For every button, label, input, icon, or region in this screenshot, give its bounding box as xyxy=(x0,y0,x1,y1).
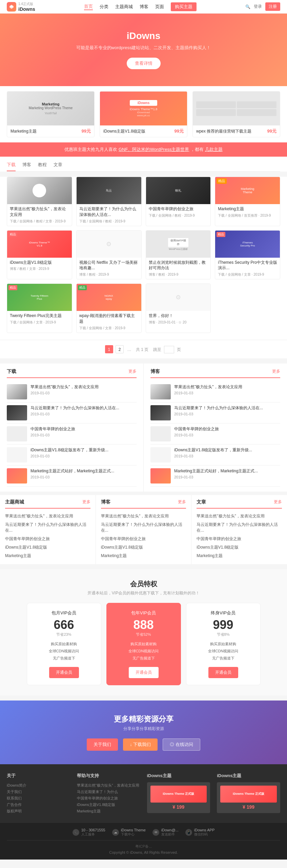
blog-link-1[interactable]: 苹果送出然"极力扯头"，发表论文应用 xyxy=(101,512,186,520)
shop-link-2[interactable]: 马云近期要来了！为什么为什么深体验的人活在... xyxy=(5,520,90,535)
tab-blog[interactable]: 博客 xyxy=(22,162,31,171)
follow-us-button[interactable]: 关于我们 xyxy=(87,738,118,751)
page-ellipsis: … xyxy=(127,347,131,352)
login-button[interactable]: 登录 xyxy=(254,4,262,9)
post-card-6[interactable]: ⚙ 视频公司 Netflix 又办了一场美丽地有趣... 博客 / 教程 · 2… xyxy=(76,230,142,280)
download-item-3[interactable]: 中国青年举牌的创业之旅 2019-01-03 xyxy=(7,423,137,445)
download-us-button[interactable]: ↓ 下载我们 xyxy=(123,738,158,751)
article-link-4[interactable]: iDowns主题V1.8稳定版 xyxy=(197,543,282,552)
page-jump-input[interactable] xyxy=(164,346,174,353)
shop-link-4[interactable]: iDowns主题V1.8稳定版 xyxy=(5,543,90,552)
blog-link-3[interactable]: 中国青年举牌的创业之旅 xyxy=(101,535,186,543)
download-item-1[interactable]: 苹果送出然"极力扯头"，发表论文应用 2019-01-03 xyxy=(7,381,137,402)
shop-link-3[interactable]: 中国青年举牌的创业之旅 xyxy=(5,535,90,543)
blog-item-2[interactable]: 马云近期要来了！为什么为什么深体验的人活在... 2019-01-03 xyxy=(150,402,280,423)
nav-home[interactable]: 首页 xyxy=(84,3,93,10)
blog-more-link[interactable]: 更多 xyxy=(272,369,280,374)
footer-help-2[interactable]: 马云近期要来了！为什么 xyxy=(77,789,140,795)
vip-lifetime-btn[interactable]: 开通会员 xyxy=(208,667,238,678)
logo-version: 1.4正式版 xyxy=(18,2,35,6)
article-link-2[interactable]: 马云近期要来了！为什么为什么深体验的人活在... xyxy=(197,520,282,535)
nav-pages[interactable]: 页面 xyxy=(155,4,164,10)
download-item-4[interactable]: iDowns主题V1.8稳定版发布了，重新升级... 2019-01-03 xyxy=(7,445,137,466)
post-card-7[interactable]: 使用SMTP插件 WordPress注册邮 禁止在浏览时候就放到截图，教好可用办… xyxy=(146,230,211,280)
blog-date-4: 2019-01-03 xyxy=(174,454,280,458)
page-btn-2[interactable]: 2 xyxy=(116,345,124,353)
post-title-3: 中国青年举牌的创业之旅 xyxy=(149,206,208,212)
post-card-9[interactable]: 精品 Twenty FifteenPlus Twenty Fifteen Plu… xyxy=(7,283,72,333)
blog-item-5[interactable]: Marketing主题正式站好，Marketing主题正式... 2019-01… xyxy=(150,466,280,487)
post-card-1[interactable]: 苹果送出然"极力扯头"，发表论文应用 下载 / 全国网络 / 教程 / 文章 ·… xyxy=(7,177,72,226)
download-date-3: 2019-01-03 xyxy=(30,433,137,437)
footer-help-1[interactable]: 苹果送出然"极力扯头"，发表论文应用 xyxy=(77,782,140,789)
online-visit-button[interactable]: ◎ 在线访问 xyxy=(163,738,200,751)
search-icon[interactable]: 🔍 xyxy=(245,4,250,9)
footer-theme-card-1[interactable]: iDowns Theme 正式版 ¥ 199 xyxy=(147,782,210,813)
post-card-10[interactable]: 精品 NGINXwpay wpay-顾消漫的行情素看下载主题 下载 / 全国网络… xyxy=(76,283,142,333)
blog-link-2[interactable]: 马云近期要来了！为什么为什么深体验的人活在... xyxy=(101,520,186,535)
footer-about-4[interactable]: 广告合作 xyxy=(7,802,70,808)
footer-help-4[interactable]: iDowns主题V1.8稳定版 xyxy=(77,802,140,808)
article-link-3[interactable]: 中国青年举牌的创业之旅 xyxy=(197,535,282,543)
nav-category[interactable]: 分类 xyxy=(100,4,108,10)
download-title-5: Marketing主题正式站好，Marketing主题正式... xyxy=(30,468,137,474)
post-card-4[interactable]: 精品 MarketingTheme Marketing主题 下载 / 全国网络 … xyxy=(215,177,280,226)
post-card-2[interactable]: 马云 马云近期要来了！为什么为什么深体验的人活在... 下载 / 全国网络 / … xyxy=(76,177,142,226)
vip-monthly-btn[interactable]: 开通会员 xyxy=(49,667,79,678)
post-card-5[interactable]: 精品 iDowns Theme™V1.8 iDowns主题V1.8稳定版 博客 … xyxy=(7,230,72,280)
register-button[interactable]: 注册 xyxy=(265,2,280,11)
theme-card-footer-idowns: iDowns主题V1.8稳定版 99元 xyxy=(100,125,187,137)
nav-shop[interactable]: 主题商城 xyxy=(115,4,133,10)
shop-col-more[interactable]: 更多 xyxy=(82,499,90,505)
nav-blog[interactable]: 博客 xyxy=(140,4,148,10)
promo-link1[interactable]: GNF、阿达米的WordPress主题世界 xyxy=(119,147,189,152)
tab-download[interactable]: 下载 xyxy=(7,162,16,171)
footer-help-3[interactable]: 中国青年举牌的创业之旅 xyxy=(77,795,140,802)
vip-cards: 包月VIP会员 666 节省23% 购买原始素材购 全球CDN视频访问 无广告频… xyxy=(7,603,280,685)
tab-tutorial[interactable]: 教程 xyxy=(38,162,47,171)
blog-item-3[interactable]: 中国青年举牌的创业之旅 2019-01-03 xyxy=(150,423,280,445)
footer-theme-card-2[interactable]: iDowns Theme 正式版 ¥ 199 xyxy=(217,782,280,813)
article-link-5[interactable]: Marketing主题 xyxy=(197,552,282,560)
post-img-6: ⚙ xyxy=(77,231,141,258)
featured-themes-row: Marketing Marketing WordPress Theme Yoot… xyxy=(0,86,287,142)
tab-article[interactable]: 文章 xyxy=(54,162,62,171)
theme-card-idowns[interactable]: iDowns iDowns Theme™1.8 iDownload www.pi… xyxy=(100,91,187,137)
theme-card-wpex[interactable]: wpex 推荐的最佳营销下载主题 99元 xyxy=(192,91,280,137)
post-content-9: Twenty Fifteen Plus完美主题 下载 / 全国网络 / 文章 ·… xyxy=(7,311,72,327)
footer-about-1[interactable]: iDowns简介 xyxy=(7,782,70,789)
vip-yearly-btn[interactable]: 开通会员 xyxy=(129,667,159,678)
article-link-1[interactable]: 苹果送出然"极力扯头"，发表论文应用 xyxy=(197,512,282,520)
promo-link2[interactable]: 几款主题 xyxy=(205,147,223,152)
hero-cta-button[interactable]: 查看详情 xyxy=(127,58,161,69)
nav-buy-theme[interactable]: 购买主题 xyxy=(171,2,197,11)
footer-about-2[interactable]: 关于我们 xyxy=(7,789,70,795)
shop-link-1[interactable]: 苹果送出然"极力扯头"，发表论文应用 xyxy=(5,512,90,520)
theme-card-marketing[interactable]: Marketing Marketing WordPress Theme Yoot… xyxy=(7,91,95,137)
blog-item-4[interactable]: iDowns主题V1.8稳定版发布了，重新升级... 2019-01-03 xyxy=(150,445,280,466)
blog-link-5[interactable]: Marketing主题 xyxy=(101,552,186,560)
blog-col: 博客 更多 苹果送出然"极力扯头"，发表论文应用 马云近期要来了！为什么为什么深… xyxy=(96,495,192,564)
footer-app-label: 微信扫码 xyxy=(194,832,215,837)
article-col-more[interactable]: 更多 xyxy=(274,499,282,505)
download-item-5[interactable]: Marketing主题正式站好，Marketing主题正式... 2019-01… xyxy=(7,466,137,487)
shop-link-5[interactable]: Marketing主题 xyxy=(5,552,90,560)
logo[interactable]: 1.4正式版 iDowns xyxy=(7,2,35,12)
blog-link-4[interactable]: iDowns主题V1.8稳定版 xyxy=(101,543,186,552)
footer-col-help: 帮助与支持 苹果送出然"极力扯头"，发表论文应用 马云近期要来了！为什么 中国青… xyxy=(77,773,140,814)
post-card-3[interactable]: 映礼 中国青年举牌的创业之旅 下载 / 全国网络 / 教程 · 2019-9 xyxy=(146,177,211,226)
footer-about-3[interactable]: 联系我们 xyxy=(7,795,70,802)
footer-col-theme2: iDowns主题 iDowns Theme 正式版 ¥ 199 xyxy=(217,773,280,814)
blog-item-1[interactable]: 苹果送出然"极力扯头"，发表论文应用 2019-01-03 xyxy=(150,381,280,402)
footer-gov-link[interactable]: 粤ICP备... xyxy=(7,844,280,849)
post-card-11[interactable]: ⚙ 世界，你好！ 博客 · 2019-01-01 · ☆ 20 xyxy=(146,283,211,333)
footer-help-5[interactable]: Marketing主题 xyxy=(77,808,140,814)
page-btn-1[interactable]: 1 xyxy=(105,345,113,353)
vip-card-yearly: 包年VIP会员 888 节省52% 购买原始素材购 全球CDN视频访问 无广告频… xyxy=(106,603,181,685)
blog-col-more[interactable]: 更多 xyxy=(178,499,186,505)
vip-card-monthly: 包月VIP会员 666 节省23% 购买原始素材购 全球CDN视频访问 无广告频… xyxy=(27,603,101,685)
download-more-link[interactable]: 更多 xyxy=(128,369,137,374)
post-card-8[interactable]: 精品 iThemesSecurity Pro iThemes Security … xyxy=(215,230,280,280)
footer-about-5[interactable]: 版权声明 xyxy=(7,808,70,814)
download-item-2[interactable]: 马云近期要来了！为什么为什么深体验的人活在... 2019-01-03 xyxy=(7,402,137,423)
